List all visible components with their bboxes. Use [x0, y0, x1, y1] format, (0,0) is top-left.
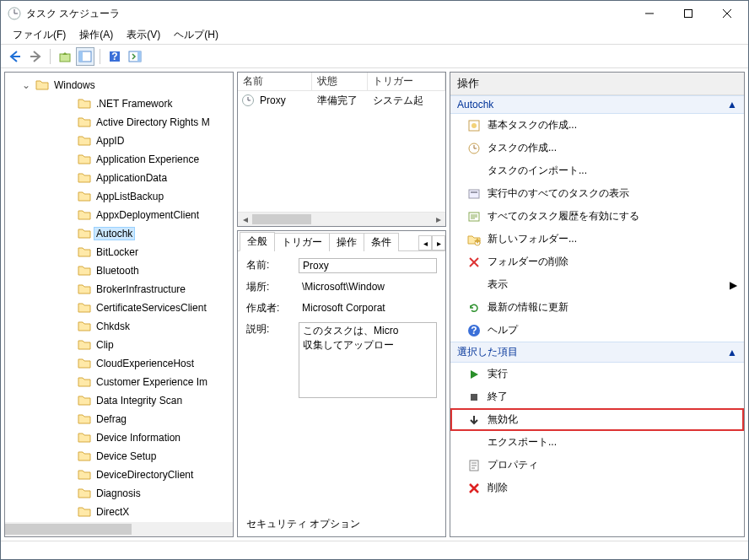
action-pane-button[interactable]: [126, 47, 144, 66]
tree-node[interactable]: Application Experience: [13, 150, 233, 169]
tree-label: Chkdsk: [94, 320, 132, 332]
action-label: 無効化: [488, 412, 518, 427]
tree-label: DeviceDirectoryClient: [94, 469, 195, 481]
action-item[interactable]: 実行: [450, 363, 744, 385]
show-hide-tree-button[interactable]: [76, 47, 94, 66]
tree-node[interactable]: AppxDeploymentClient: [13, 206, 233, 224]
tree-node[interactable]: Customer Experience Im: [13, 373, 233, 391]
disable-icon: [467, 413, 481, 427]
action-label: 終了: [488, 390, 508, 404]
action-item[interactable]: プロパティ: [450, 454, 744, 477]
col-name[interactable]: 名前: [238, 73, 312, 90]
scroll-left-icon[interactable]: ◂: [238, 213, 252, 226]
action-item[interactable]: 最新の情報に更新: [450, 296, 744, 319]
running-icon: [467, 187, 481, 201]
menu-file[interactable]: ファイル(F): [6, 26, 73, 44]
folder-icon: [78, 264, 91, 277]
folder-icon: [78, 412, 91, 426]
task-detail: 全般 トリガー 操作 条件 ◂ ▸ 名前: Proxy 場所:: [237, 230, 446, 537]
location-value: \Microsoft\Window: [299, 280, 437, 293]
tree-node[interactable]: Diagnosis: [13, 484, 233, 503]
statusbar: [1, 541, 748, 559]
folder-tree[interactable]: ⌄ Windows .NET FrameworkActive Directory…: [5, 73, 233, 522]
tree-node[interactable]: Chkdsk: [13, 317, 233, 336]
tree-scrollbar[interactable]: [5, 522, 233, 536]
minimize-button[interactable]: [630, 1, 669, 26]
close-button[interactable]: [708, 1, 746, 26]
action-item[interactable]: 実行中のすべてのタスクの表示: [450, 182, 744, 205]
action-item[interactable]: ✦新しいフォルダー...: [450, 228, 744, 250]
tree-node[interactable]: Autochk: [13, 224, 233, 243]
tree-node-windows[interactable]: ⌄ Windows: [13, 76, 233, 94]
tree-node[interactable]: AppListBackup: [13, 187, 233, 206]
tab-actions[interactable]: 操作: [329, 233, 364, 251]
action-item[interactable]: 表示▶: [450, 273, 744, 296]
tree-node[interactable]: .NET Framework: [13, 94, 233, 113]
maximize-button[interactable]: [669, 1, 708, 26]
tree-node[interactable]: AppID: [13, 132, 233, 150]
blank-icon: [467, 436, 481, 450]
tree-label: Autochk: [94, 228, 134, 240]
action-label: すべてのタスク履歴を有効にする: [488, 209, 639, 223]
separator: [50, 49, 51, 64]
actions-group-selected[interactable]: 選択した項目 ▲: [450, 342, 744, 363]
task-list[interactable]: 名前 状態 トリガー Proxy 準備完了 システム起 ◂ ▸: [237, 72, 446, 227]
tab-scroll-right[interactable]: ▸: [432, 235, 445, 250]
action-item[interactable]: 基本タスクの作成...: [450, 114, 744, 137]
folder-icon: [78, 357, 91, 370]
col-status[interactable]: 状態: [312, 73, 368, 90]
col-trigger[interactable]: トリガー: [368, 73, 445, 90]
tree-node[interactable]: DirectX: [13, 503, 233, 521]
svg-rect-23: [471, 191, 477, 193]
action-item[interactable]: ?ヘルプ: [450, 319, 744, 342]
task-row[interactable]: Proxy 準備完了 システム起: [238, 91, 445, 110]
action-item[interactable]: 削除: [450, 477, 744, 499]
folder-icon: [78, 153, 91, 166]
tree-node[interactable]: BitLocker: [13, 243, 233, 261]
chevron-up-icon: ▲: [727, 99, 737, 110]
tree-node[interactable]: Defrag: [13, 410, 233, 428]
forward-button[interactable]: [26, 47, 45, 66]
group-title: 選択した項目: [457, 345, 727, 359]
help-button[interactable]: ?: [105, 47, 124, 66]
tab-scroll-left[interactable]: ◂: [418, 235, 432, 250]
tree-node[interactable]: CloudExperienceHost: [13, 354, 233, 373]
scroll-right-icon[interactable]: ▸: [431, 213, 445, 226]
tree-node[interactable]: ApplicationData: [13, 169, 233, 187]
tree-label: Device Information: [94, 432, 182, 444]
menu-help[interactable]: ヘルプ(H): [167, 26, 225, 44]
back-button[interactable]: [6, 47, 24, 66]
tab-general[interactable]: 全般: [240, 232, 275, 251]
collapse-icon[interactable]: ⌄: [22, 79, 34, 91]
tree-node[interactable]: Data Integrity Scan: [13, 391, 233, 410]
menu-view[interactable]: 表示(V): [120, 26, 167, 44]
action-item[interactable]: 終了: [450, 385, 744, 408]
action-item[interactable]: 無効化: [450, 408, 744, 431]
tree-node[interactable]: BrokerInfrastructure: [13, 280, 233, 299]
up-button[interactable]: [56, 47, 74, 66]
action-item[interactable]: フォルダーの削除: [450, 250, 744, 273]
tree-node[interactable]: Device Setup: [13, 447, 233, 466]
actions-pane: 操作 Autochk ▲ 基本タスクの作成...タスクの作成...タスクのインポ…: [450, 72, 745, 537]
tree-node[interactable]: Active Directory Rights M: [13, 113, 233, 132]
tree-node[interactable]: CertificateServicesClient: [13, 299, 233, 317]
tree-node[interactable]: DeviceDirectoryClient: [13, 466, 233, 484]
action-item[interactable]: すべてのタスク履歴を有効にする: [450, 205, 744, 228]
tree-node[interactable]: Clip: [13, 336, 233, 354]
delete-x-icon: [467, 256, 481, 269]
tab-triggers[interactable]: トリガー: [274, 233, 330, 251]
list-scrollbar[interactable]: ◂ ▸: [238, 212, 445, 226]
action-item[interactable]: エクスポート...: [450, 431, 744, 454]
titlebar: タスク スケジューラ: [1, 1, 748, 26]
menu-action[interactable]: 操作(A): [73, 26, 120, 44]
group-title: Autochk: [457, 99, 727, 110]
action-item[interactable]: タスクのインポート...: [450, 159, 744, 182]
location-label: 場所:: [246, 280, 288, 294]
action-item[interactable]: タスクの作成...: [450, 137, 744, 159]
actions-group-autochk[interactable]: Autochk ▲: [450, 95, 744, 114]
tab-conditions[interactable]: 条件: [364, 233, 399, 251]
author-label: 作成者:: [246, 301, 288, 315]
tree-node[interactable]: Bluetooth: [13, 261, 233, 280]
tree-label: AppxDeploymentClient: [94, 209, 201, 221]
tree-node[interactable]: Device Information: [13, 428, 233, 447]
